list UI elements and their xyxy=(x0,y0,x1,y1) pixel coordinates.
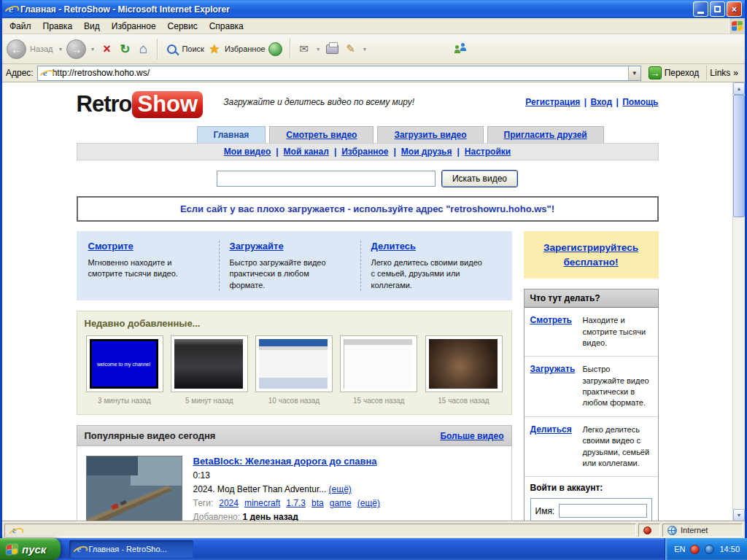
edit-chevron-icon[interactable]: ▼ xyxy=(363,47,368,52)
wtd-upload-link[interactable]: Загружать xyxy=(530,364,576,374)
wtd-watch-link[interactable]: Смотреть xyxy=(530,315,572,325)
search-button[interactable] xyxy=(163,41,179,57)
forward-chevron-icon[interactable]: ▼ xyxy=(90,47,95,52)
mail-button[interactable]: ✉ xyxy=(296,41,312,57)
video-thumbnail[interactable] xyxy=(344,339,412,389)
login-link[interactable]: Вход xyxy=(590,97,612,107)
task-ie-icon: e xyxy=(74,544,84,554)
print-button[interactable] xyxy=(325,41,341,57)
subnav-my-videos[interactable]: Мои видео xyxy=(224,147,271,157)
scroll-down-button[interactable]: ▼ xyxy=(733,509,745,521)
minimize-icon xyxy=(697,12,704,14)
scrollbar-thumb[interactable] xyxy=(733,95,745,217)
tag-link[interactable]: minecraft xyxy=(244,498,280,508)
register-free-link[interactable]: Зарегистрируйтесь бесплатно! xyxy=(543,242,638,268)
tab-home[interactable]: Главная xyxy=(197,126,266,143)
wtd-share-link[interactable]: Делиться xyxy=(530,424,572,435)
stop-button[interactable]: × xyxy=(98,41,115,57)
video-thumbnail[interactable] xyxy=(429,339,498,389)
video-description: 2024. Мод Better Than Adventur... (ещё) xyxy=(193,484,380,494)
name-label: Имя: xyxy=(535,506,555,516)
subnav-divider: | xyxy=(457,147,460,157)
menu-favorites[interactable]: Избранное xyxy=(106,19,162,34)
feature-title-link[interactable]: Делитесь xyxy=(371,241,417,252)
tags-more-link[interactable]: (ещё) xyxy=(357,498,380,508)
tag-link[interactable]: game xyxy=(330,498,352,508)
mail-chevron-icon[interactable]: ▼ xyxy=(316,47,321,52)
subnav-my-channel[interactable]: Мой канал xyxy=(284,147,329,157)
site-logo[interactable]: RetroShow xyxy=(77,91,204,117)
refresh-button[interactable]: ↻ xyxy=(117,41,133,57)
menu-tools[interactable]: Сервис xyxy=(162,19,204,34)
recent-video[interactable]: 15 часов назад xyxy=(425,335,503,405)
tag-link[interactable]: 1.7.3 xyxy=(286,498,306,508)
back-chevron-icon[interactable]: ▼ xyxy=(58,47,63,52)
maximize-button[interactable] xyxy=(710,1,725,17)
recent-video[interactable]: 5 минут назад xyxy=(171,335,248,405)
menu-help[interactable]: Справка xyxy=(204,19,249,34)
tag-link[interactable]: 2024 xyxy=(219,498,239,508)
history-button[interactable] xyxy=(268,41,284,57)
register-link[interactable]: Регистрация xyxy=(525,97,580,107)
edit-button[interactable]: ✎ xyxy=(343,41,359,57)
menu-file[interactable]: Файл xyxy=(4,19,37,34)
favorites-button[interactable]: ★ xyxy=(206,41,222,57)
subnav-divider: | xyxy=(276,147,278,157)
go-button[interactable]: → Переход xyxy=(645,66,703,80)
minimize-button[interactable] xyxy=(693,1,708,17)
name-input[interactable] xyxy=(559,504,646,518)
scroll-up-button[interactable]: ▲ xyxy=(733,82,745,95)
recent-video[interactable]: 15 часов назад xyxy=(340,335,417,405)
video-thumbnail[interactable] xyxy=(174,339,243,389)
help-link[interactable]: Помощь xyxy=(622,97,658,107)
video-search: Искать видео xyxy=(77,170,659,187)
tab-watch[interactable]: Смотреть видео xyxy=(269,126,374,143)
menu-view[interactable]: Вид xyxy=(78,19,106,34)
video-search-button[interactable]: Искать видео xyxy=(441,170,518,187)
recent-video[interactable]: welcome to my channel 3 минуты назад xyxy=(86,335,163,405)
tray-update-icon[interactable] xyxy=(705,545,714,554)
ie-icon: e xyxy=(5,4,17,15)
tray-security-icon[interactable] xyxy=(690,545,700,554)
language-indicator[interactable]: EN xyxy=(674,545,685,553)
subnav-favorites[interactable]: Избранное xyxy=(341,147,388,157)
video-thumbnail-large[interactable] xyxy=(86,456,182,521)
subnav-my-friends[interactable]: Мои друзья xyxy=(401,147,452,157)
address-dropdown-button[interactable]: ▼ xyxy=(628,66,640,80)
tag-link[interactable]: bta xyxy=(311,498,324,508)
tab-invite[interactable]: Пригласить друзей xyxy=(487,126,604,143)
video-thumbnail[interactable]: welcome to my channel xyxy=(90,339,158,389)
address-input-box: e ▼ xyxy=(37,66,641,81)
page-favicon: e xyxy=(40,68,50,78)
forward-button[interactable]: → xyxy=(66,39,86,59)
video-age: 3 минуты назад xyxy=(86,397,163,405)
taskbar-task-button[interactable]: e Главная - RetroSho... xyxy=(69,540,193,558)
messenger-button[interactable] xyxy=(454,41,470,57)
address-input[interactable] xyxy=(50,68,628,78)
back-button[interactable]: ← xyxy=(7,39,26,59)
close-button[interactable]: × xyxy=(727,1,742,17)
scrollbar-track[interactable] xyxy=(733,95,745,509)
vertical-scrollbar[interactable]: ▲ ▼ xyxy=(732,82,745,521)
start-button[interactable]: пуск xyxy=(0,538,61,560)
video-title-link[interactable]: BetaBlock: Железная дорога до спавна xyxy=(193,456,380,467)
video-thumbnail[interactable] xyxy=(259,339,328,389)
home-button[interactable]: ⌂ xyxy=(135,41,151,57)
menu-edit[interactable]: Правка xyxy=(37,19,79,34)
auth-links: Регистрация | Вход | Помощь xyxy=(525,97,658,107)
links-bar[interactable]: Links » xyxy=(706,66,741,80)
tab-upload[interactable]: Загрузить видео xyxy=(377,126,483,143)
description-more-link[interactable]: (ещё) xyxy=(329,484,352,494)
feature-title-link[interactable]: Загружайте xyxy=(230,241,284,252)
more-videos-link[interactable]: Больше видео xyxy=(440,431,503,441)
what-to-do-item: Загружать Быстро загружайте видео практи… xyxy=(525,356,658,416)
site-notice: Если сайт у вас плохо загружается - испо… xyxy=(77,196,659,222)
recent-video[interactable]: 10 часов назад xyxy=(255,335,333,405)
feature-title-link[interactable]: Смотрите xyxy=(88,241,133,252)
browser-window: e Главная - RetroShow - Microsoft Intern… xyxy=(0,0,747,538)
register-free-box[interactable]: Зарегистрируйтесь бесплатно! xyxy=(524,231,659,279)
subnav-settings[interactable]: Настройки xyxy=(465,147,511,157)
start-label: пуск xyxy=(22,543,46,556)
taskbar-clock[interactable]: 14:50 xyxy=(719,545,740,553)
video-search-input[interactable] xyxy=(217,171,436,187)
